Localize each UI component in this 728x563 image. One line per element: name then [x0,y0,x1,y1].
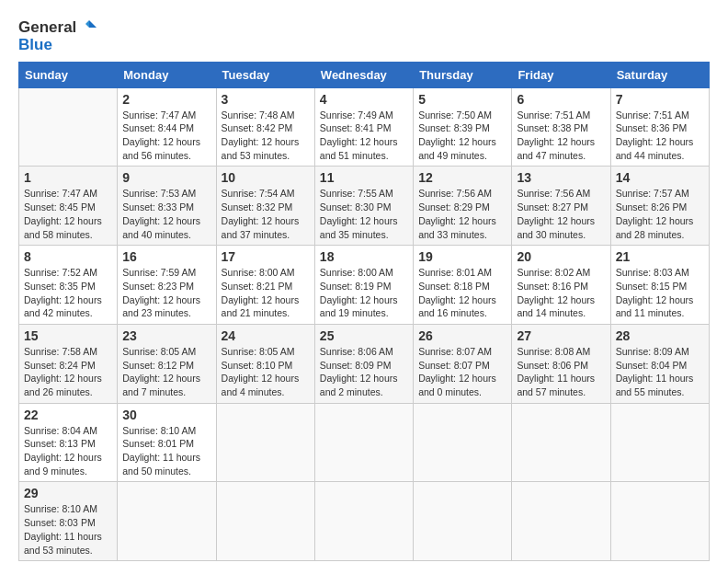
calendar-day-cell: 28Sunrise: 8:09 AMSunset: 8:04 PMDayligh… [610,324,709,403]
calendar-day-cell: 18Sunrise: 8:00 AMSunset: 8:19 PMDayligh… [314,246,413,325]
day-number: 23 [122,328,210,343]
header-saturday: Saturday [610,62,709,87]
calendar-day-cell: 17Sunrise: 8:00 AMSunset: 8:21 PMDayligh… [216,246,314,325]
logo: General Blue [18,18,98,54]
calendar-week-row: 2Sunrise: 7:47 AMSunset: 8:44 PMDaylight… [19,87,710,167]
day-info: Sunrise: 7:47 AMSunset: 8:44 PMDaylight:… [122,109,210,163]
calendar-day-cell [512,403,610,482]
day-number: 19 [418,249,506,264]
calendar-week-row: 15Sunrise: 7:58 AMSunset: 8:24 PMDayligh… [19,324,710,403]
day-number: 13 [517,170,605,185]
calendar-day-cell [19,87,118,167]
calendar-day-cell: 14Sunrise: 7:57 AMSunset: 8:26 PMDayligh… [610,167,709,246]
day-number: 4 [320,92,408,107]
page-header: General Blue [18,18,710,54]
calendar-day-cell: 7Sunrise: 7:51 AMSunset: 8:36 PMDaylight… [610,87,709,167]
logo: General Blue [18,18,98,54]
logo-bird-icon [80,18,98,37]
day-number: 27 [517,328,605,343]
svg-marker-0 [89,20,97,28]
day-info: Sunrise: 7:50 AMSunset: 8:39 PMDaylight:… [418,109,506,163]
day-info: Sunrise: 7:58 AMSunset: 8:24 PMDaylight:… [24,345,112,399]
header-friday: Friday [512,62,610,87]
day-info: Sunrise: 7:51 AMSunset: 8:38 PMDaylight:… [517,109,605,163]
day-number: 7 [616,92,704,107]
calendar-week-row: 8Sunrise: 7:52 AMSunset: 8:35 PMDaylight… [19,246,710,325]
day-number: 22 [24,408,112,422]
day-info: Sunrise: 7:57 AMSunset: 8:26 PMDaylight:… [616,187,704,241]
day-info: Sunrise: 8:08 AMSunset: 8:06 PMDaylight:… [517,345,605,399]
day-number: 17 [222,249,310,264]
day-number: 25 [320,328,408,343]
day-info: Sunrise: 8:04 AMSunset: 8:13 PMDaylight:… [24,424,112,478]
day-info: Sunrise: 7:52 AMSunset: 8:35 PMDaylight:… [24,266,112,320]
calendar-day-cell: 22Sunrise: 8:04 AMSunset: 8:13 PMDayligh… [19,403,118,482]
calendar-day-cell: 20Sunrise: 8:02 AMSunset: 8:16 PMDayligh… [512,246,610,325]
header-monday: Monday [118,62,216,87]
calendar-day-cell: 24Sunrise: 8:05 AMSunset: 8:10 PMDayligh… [216,324,314,403]
day-number: 10 [222,170,310,185]
calendar-day-cell: 3Sunrise: 7:48 AMSunset: 8:42 PMDaylight… [216,87,314,167]
calendar-day-cell: 25Sunrise: 8:06 AMSunset: 8:09 PMDayligh… [314,324,413,403]
calendar-day-cell: 6Sunrise: 7:51 AMSunset: 8:38 PMDaylight… [512,87,610,167]
calendar-day-cell: 1Sunrise: 7:47 AMSunset: 8:45 PMDaylight… [19,167,118,246]
calendar-day-cell [118,482,216,561]
day-info: Sunrise: 7:55 AMSunset: 8:30 PMDaylight:… [320,187,408,241]
calendar-day-cell: 11Sunrise: 7:55 AMSunset: 8:30 PMDayligh… [314,167,413,246]
day-number: 30 [122,408,210,422]
calendar-day-cell: 13Sunrise: 7:56 AMSunset: 8:27 PMDayligh… [512,167,610,246]
day-number: 26 [418,328,506,343]
calendar-day-cell [610,482,709,561]
calendar-day-cell: 9Sunrise: 7:53 AMSunset: 8:33 PMDaylight… [118,167,216,246]
day-number: 21 [616,249,704,264]
calendar-day-cell: 5Sunrise: 7:50 AMSunset: 8:39 PMDaylight… [414,87,512,167]
day-info: Sunrise: 8:10 AMSunset: 8:01 PMDaylight:… [122,424,210,478]
day-number: 3 [222,92,310,107]
calendar-day-cell: 16Sunrise: 7:59 AMSunset: 8:23 PMDayligh… [118,246,216,325]
header-wednesday: Wednesday [314,62,413,87]
calendar-week-row: 1Sunrise: 7:47 AMSunset: 8:45 PMDaylight… [19,167,710,246]
day-number: 12 [418,170,506,185]
weekday-header-row: Sunday Monday Tuesday Wednesday Thursday… [19,62,710,87]
day-info: Sunrise: 7:48 AMSunset: 8:42 PMDaylight:… [222,109,310,163]
calendar-day-cell: 15Sunrise: 7:58 AMSunset: 8:24 PMDayligh… [19,324,118,403]
calendar-week-row: 22Sunrise: 8:04 AMSunset: 8:13 PMDayligh… [19,403,710,482]
day-number: 11 [320,170,408,185]
day-info: Sunrise: 7:59 AMSunset: 8:23 PMDaylight:… [122,266,210,320]
day-number: 20 [517,249,605,264]
calendar-day-cell: 27Sunrise: 8:08 AMSunset: 8:06 PMDayligh… [512,324,610,403]
day-number: 24 [222,328,310,343]
day-info: Sunrise: 8:05 AMSunset: 8:10 PMDaylight:… [222,345,310,399]
day-info: Sunrise: 7:53 AMSunset: 8:33 PMDaylight:… [122,187,210,241]
day-number: 9 [122,170,210,185]
calendar-day-cell [610,403,709,482]
day-info: Sunrise: 8:06 AMSunset: 8:09 PMDaylight:… [320,345,408,399]
day-info: Sunrise: 7:47 AMSunset: 8:45 PMDaylight:… [24,187,112,241]
svg-marker-1 [85,20,89,28]
calendar-day-cell [512,482,610,561]
calendar-day-cell: 10Sunrise: 7:54 AMSunset: 8:32 PMDayligh… [216,167,314,246]
calendar-day-cell: 23Sunrise: 8:05 AMSunset: 8:12 PMDayligh… [118,324,216,403]
calendar-day-cell: 19Sunrise: 8:01 AMSunset: 8:18 PMDayligh… [414,246,512,325]
calendar-day-cell [414,482,512,561]
day-info: Sunrise: 8:10 AMSunset: 8:03 PMDaylight:… [24,502,112,557]
calendar-day-cell [216,482,314,561]
day-info: Sunrise: 8:00 AMSunset: 8:19 PMDaylight:… [320,266,408,320]
day-number: 29 [24,486,112,500]
calendar-day-cell [314,403,413,482]
day-info: Sunrise: 8:03 AMSunset: 8:15 PMDaylight:… [616,266,704,320]
calendar-day-cell: 30Sunrise: 8:10 AMSunset: 8:01 PMDayligh… [118,403,216,482]
calendar-day-cell: 12Sunrise: 7:56 AMSunset: 8:29 PMDayligh… [414,167,512,246]
header-tuesday: Tuesday [216,62,314,87]
day-info: Sunrise: 7:49 AMSunset: 8:41 PMDaylight:… [320,109,408,163]
day-info: Sunrise: 7:56 AMSunset: 8:27 PMDaylight:… [517,187,605,241]
day-number: 1 [24,170,112,185]
calendar-day-cell: 29Sunrise: 8:10 AMSunset: 8:03 PMDayligh… [19,482,118,561]
header-sunday: Sunday [19,62,118,87]
calendar-day-cell: 26Sunrise: 8:07 AMSunset: 8:07 PMDayligh… [414,324,512,403]
day-info: Sunrise: 8:02 AMSunset: 8:16 PMDaylight:… [517,266,605,320]
day-number: 16 [122,249,210,264]
calendar-day-cell [414,403,512,482]
calendar-day-cell: 8Sunrise: 7:52 AMSunset: 8:35 PMDaylight… [19,246,118,325]
calendar-day-cell: 4Sunrise: 7:49 AMSunset: 8:41 PMDaylight… [314,87,413,167]
